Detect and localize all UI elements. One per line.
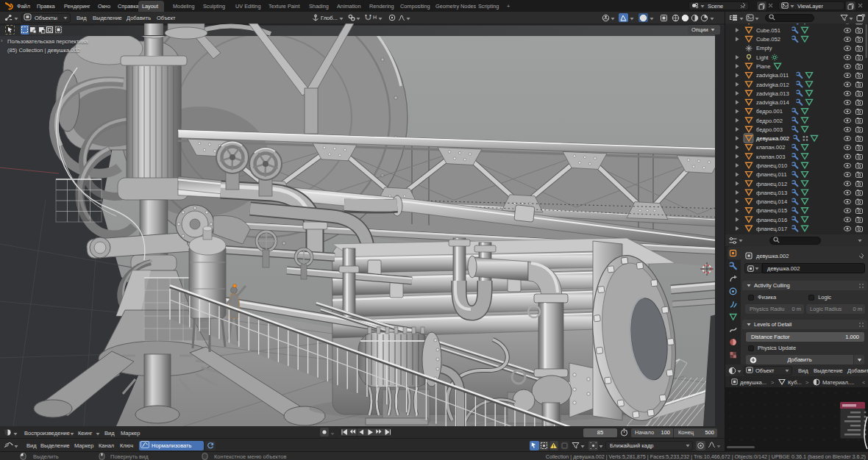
svg-text:фланец.010: фланец.010 [756, 162, 787, 169]
svg-text:Empty: Empty [756, 45, 772, 51]
svg-text:бедро.002: бедро.002 [756, 118, 783, 124]
svg-text:фланец.017: фланец.017 [756, 226, 787, 232]
svg-text:Cube.051: Cube.051 [756, 27, 780, 34]
svg-text:фланец.016: фланец.016 [756, 217, 787, 223]
svg-text:фланец.013: фланец.013 [756, 190, 787, 196]
svg-text:фланец.012: фланец.012 [756, 181, 787, 187]
svg-text:девушка.002: девушка.002 [756, 135, 789, 142]
svg-text:Plane: Plane [756, 63, 770, 70]
svg-text:бедро.001: бедро.001 [756, 108, 783, 115]
svg-text:zadvigka.013: zadvigka.013 [756, 90, 789, 97]
svg-text:Light: Light [756, 54, 769, 61]
svg-text:zadvigka.011: zadvigka.011 [756, 72, 789, 79]
svg-text:фланец.011: фланец.011 [756, 171, 787, 178]
svg-text:zadvigka.014: zadvigka.014 [756, 99, 789, 106]
svg-text:zadvigka.012: zadvigka.012 [756, 82, 789, 88]
svg-text:клапан.003: клапан.003 [756, 154, 785, 160]
svg-text:Cube.050: Cube.050 [756, 24, 780, 25]
svg-text:клапан.002: клапан.002 [756, 144, 785, 151]
svg-text:Cube.052: Cube.052 [756, 36, 780, 43]
svg-text:фланец.015: фланец.015 [756, 207, 787, 214]
svg-text:фланец.014: фланец.014 [756, 198, 787, 205]
svg-text:бедро.003: бедро.003 [756, 126, 783, 133]
